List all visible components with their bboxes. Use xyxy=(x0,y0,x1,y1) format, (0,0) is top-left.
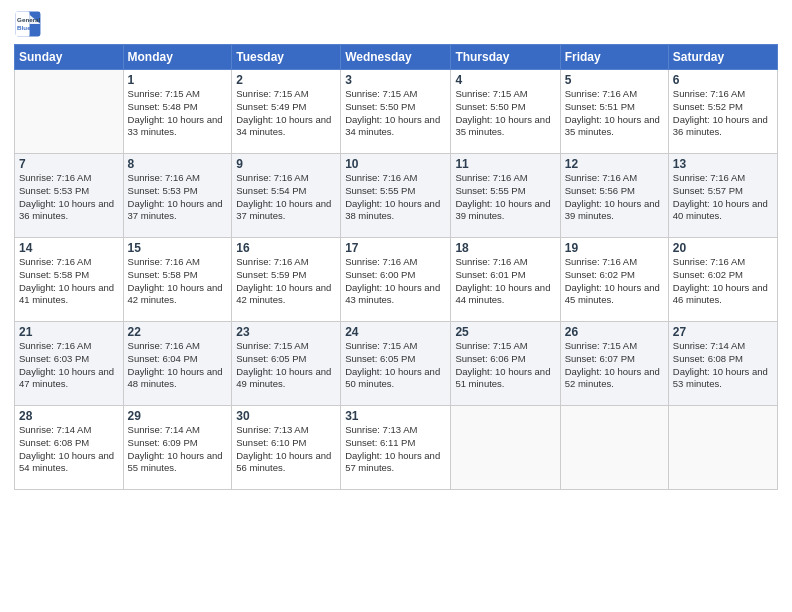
weekday-header-saturday: Saturday xyxy=(668,45,777,70)
calendar-day-cell: 20Sunrise: 7:16 AMSunset: 6:02 PMDayligh… xyxy=(668,238,777,322)
day-number: 16 xyxy=(236,241,336,255)
day-number: 25 xyxy=(455,325,555,339)
calendar-week-row: 14Sunrise: 7:16 AMSunset: 5:58 PMDayligh… xyxy=(15,238,778,322)
calendar-day-cell: 28Sunrise: 7:14 AMSunset: 6:08 PMDayligh… xyxy=(15,406,124,490)
day-info: Sunrise: 7:15 AMSunset: 5:50 PMDaylight:… xyxy=(455,88,555,139)
day-number: 29 xyxy=(128,409,228,423)
day-number: 21 xyxy=(19,325,119,339)
day-number: 22 xyxy=(128,325,228,339)
weekday-header-wednesday: Wednesday xyxy=(341,45,451,70)
page-header: General Blue xyxy=(14,10,778,38)
calendar-day-cell xyxy=(15,70,124,154)
calendar-week-row: 1Sunrise: 7:15 AMSunset: 5:48 PMDaylight… xyxy=(15,70,778,154)
calendar-day-cell: 10Sunrise: 7:16 AMSunset: 5:55 PMDayligh… xyxy=(341,154,451,238)
weekday-header-monday: Monday xyxy=(123,45,232,70)
day-info: Sunrise: 7:15 AMSunset: 5:48 PMDaylight:… xyxy=(128,88,228,139)
day-info: Sunrise: 7:16 AMSunset: 6:02 PMDaylight:… xyxy=(565,256,664,307)
day-info: Sunrise: 7:16 AMSunset: 5:56 PMDaylight:… xyxy=(565,172,664,223)
calendar-day-cell: 23Sunrise: 7:15 AMSunset: 6:05 PMDayligh… xyxy=(232,322,341,406)
day-number: 3 xyxy=(345,73,446,87)
day-info: Sunrise: 7:16 AMSunset: 6:00 PMDaylight:… xyxy=(345,256,446,307)
day-info: Sunrise: 7:16 AMSunset: 5:58 PMDaylight:… xyxy=(128,256,228,307)
calendar-page: General Blue SundayMondayTuesdayWednesda… xyxy=(0,0,792,612)
day-number: 5 xyxy=(565,73,664,87)
logo-icon: General Blue xyxy=(14,10,42,38)
day-number: 6 xyxy=(673,73,773,87)
calendar-day-cell: 8Sunrise: 7:16 AMSunset: 5:53 PMDaylight… xyxy=(123,154,232,238)
day-number: 28 xyxy=(19,409,119,423)
weekday-header-friday: Friday xyxy=(560,45,668,70)
day-number: 9 xyxy=(236,157,336,171)
day-info: Sunrise: 7:16 AMSunset: 6:03 PMDaylight:… xyxy=(19,340,119,391)
day-info: Sunrise: 7:16 AMSunset: 5:58 PMDaylight:… xyxy=(19,256,119,307)
calendar-day-cell: 27Sunrise: 7:14 AMSunset: 6:08 PMDayligh… xyxy=(668,322,777,406)
calendar-day-cell: 26Sunrise: 7:15 AMSunset: 6:07 PMDayligh… xyxy=(560,322,668,406)
calendar-day-cell: 25Sunrise: 7:15 AMSunset: 6:06 PMDayligh… xyxy=(451,322,560,406)
calendar-day-cell: 1Sunrise: 7:15 AMSunset: 5:48 PMDaylight… xyxy=(123,70,232,154)
calendar-day-cell: 5Sunrise: 7:16 AMSunset: 5:51 PMDaylight… xyxy=(560,70,668,154)
calendar-day-cell: 11Sunrise: 7:16 AMSunset: 5:55 PMDayligh… xyxy=(451,154,560,238)
calendar-day-cell: 21Sunrise: 7:16 AMSunset: 6:03 PMDayligh… xyxy=(15,322,124,406)
calendar-week-row: 21Sunrise: 7:16 AMSunset: 6:03 PMDayligh… xyxy=(15,322,778,406)
day-number: 8 xyxy=(128,157,228,171)
day-number: 31 xyxy=(345,409,446,423)
weekday-header-tuesday: Tuesday xyxy=(232,45,341,70)
day-info: Sunrise: 7:15 AMSunset: 6:07 PMDaylight:… xyxy=(565,340,664,391)
day-info: Sunrise: 7:16 AMSunset: 5:57 PMDaylight:… xyxy=(673,172,773,223)
day-number: 19 xyxy=(565,241,664,255)
day-info: Sunrise: 7:14 AMSunset: 6:08 PMDaylight:… xyxy=(673,340,773,391)
calendar-day-cell: 15Sunrise: 7:16 AMSunset: 5:58 PMDayligh… xyxy=(123,238,232,322)
calendar-day-cell: 16Sunrise: 7:16 AMSunset: 5:59 PMDayligh… xyxy=(232,238,341,322)
calendar-week-row: 7Sunrise: 7:16 AMSunset: 5:53 PMDaylight… xyxy=(15,154,778,238)
day-info: Sunrise: 7:15 AMSunset: 6:05 PMDaylight:… xyxy=(236,340,336,391)
day-info: Sunrise: 7:14 AMSunset: 6:08 PMDaylight:… xyxy=(19,424,119,475)
day-number: 15 xyxy=(128,241,228,255)
day-info: Sunrise: 7:15 AMSunset: 5:50 PMDaylight:… xyxy=(345,88,446,139)
day-info: Sunrise: 7:16 AMSunset: 5:59 PMDaylight:… xyxy=(236,256,336,307)
calendar-day-cell: 19Sunrise: 7:16 AMSunset: 6:02 PMDayligh… xyxy=(560,238,668,322)
day-number: 23 xyxy=(236,325,336,339)
day-info: Sunrise: 7:16 AMSunset: 6:01 PMDaylight:… xyxy=(455,256,555,307)
calendar-day-cell: 6Sunrise: 7:16 AMSunset: 5:52 PMDaylight… xyxy=(668,70,777,154)
day-number: 4 xyxy=(455,73,555,87)
day-number: 10 xyxy=(345,157,446,171)
calendar-day-cell: 30Sunrise: 7:13 AMSunset: 6:10 PMDayligh… xyxy=(232,406,341,490)
calendar-day-cell: 24Sunrise: 7:15 AMSunset: 6:05 PMDayligh… xyxy=(341,322,451,406)
day-number: 17 xyxy=(345,241,446,255)
weekday-header-sunday: Sunday xyxy=(15,45,124,70)
day-info: Sunrise: 7:16 AMSunset: 6:04 PMDaylight:… xyxy=(128,340,228,391)
day-info: Sunrise: 7:16 AMSunset: 5:53 PMDaylight:… xyxy=(19,172,119,223)
calendar-day-cell: 7Sunrise: 7:16 AMSunset: 5:53 PMDaylight… xyxy=(15,154,124,238)
calendar-day-cell xyxy=(451,406,560,490)
svg-text:General: General xyxy=(17,16,40,23)
weekday-header-thursday: Thursday xyxy=(451,45,560,70)
day-number: 12 xyxy=(565,157,664,171)
day-number: 13 xyxy=(673,157,773,171)
day-info: Sunrise: 7:16 AMSunset: 5:52 PMDaylight:… xyxy=(673,88,773,139)
day-info: Sunrise: 7:16 AMSunset: 5:53 PMDaylight:… xyxy=(128,172,228,223)
day-number: 1 xyxy=(128,73,228,87)
day-number: 27 xyxy=(673,325,773,339)
day-info: Sunrise: 7:16 AMSunset: 6:02 PMDaylight:… xyxy=(673,256,773,307)
calendar-table: SundayMondayTuesdayWednesdayThursdayFrid… xyxy=(14,44,778,490)
calendar-day-cell: 2Sunrise: 7:15 AMSunset: 5:49 PMDaylight… xyxy=(232,70,341,154)
calendar-day-cell: 14Sunrise: 7:16 AMSunset: 5:58 PMDayligh… xyxy=(15,238,124,322)
day-number: 7 xyxy=(19,157,119,171)
day-info: Sunrise: 7:13 AMSunset: 6:11 PMDaylight:… xyxy=(345,424,446,475)
calendar-day-cell: 9Sunrise: 7:16 AMSunset: 5:54 PMDaylight… xyxy=(232,154,341,238)
day-number: 14 xyxy=(19,241,119,255)
day-number: 20 xyxy=(673,241,773,255)
weekday-header-row: SundayMondayTuesdayWednesdayThursdayFrid… xyxy=(15,45,778,70)
day-info: Sunrise: 7:16 AMSunset: 5:55 PMDaylight:… xyxy=(345,172,446,223)
calendar-day-cell: 31Sunrise: 7:13 AMSunset: 6:11 PMDayligh… xyxy=(341,406,451,490)
day-info: Sunrise: 7:16 AMSunset: 5:51 PMDaylight:… xyxy=(565,88,664,139)
day-info: Sunrise: 7:13 AMSunset: 6:10 PMDaylight:… xyxy=(236,424,336,475)
day-info: Sunrise: 7:15 AMSunset: 5:49 PMDaylight:… xyxy=(236,88,336,139)
day-info: Sunrise: 7:15 AMSunset: 6:05 PMDaylight:… xyxy=(345,340,446,391)
day-number: 24 xyxy=(345,325,446,339)
calendar-day-cell: 18Sunrise: 7:16 AMSunset: 6:01 PMDayligh… xyxy=(451,238,560,322)
calendar-day-cell: 13Sunrise: 7:16 AMSunset: 5:57 PMDayligh… xyxy=(668,154,777,238)
day-number: 11 xyxy=(455,157,555,171)
logo: General Blue xyxy=(14,10,44,38)
svg-text:Blue: Blue xyxy=(17,24,31,31)
